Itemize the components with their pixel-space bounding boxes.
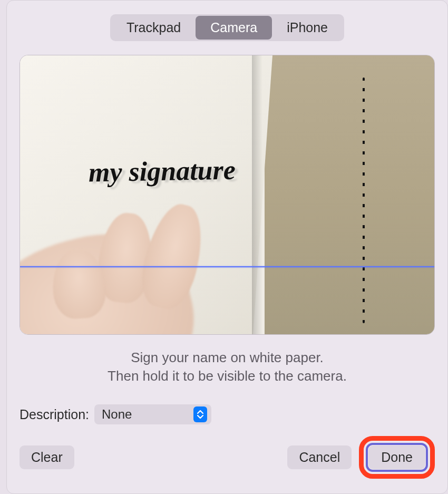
instruction-line-2: Then hold it to be visible to the camera… <box>20 367 435 385</box>
tab-iphone[interactable]: iPhone <box>272 16 343 40</box>
tab-trackpad[interactable]: Trackpad <box>112 16 196 40</box>
description-select[interactable]: None <box>94 404 211 424</box>
dialog-button-row: Clear Cancel Done <box>20 436 435 479</box>
instructions-text: Sign your name on white paper. Then hold… <box>20 348 435 385</box>
baseline-guide <box>20 266 434 267</box>
select-stepper-icon <box>193 406 207 422</box>
description-label: Description: <box>20 407 89 422</box>
camera-background-surface <box>265 55 434 334</box>
captured-signature: my signature <box>89 154 236 188</box>
done-button[interactable]: Done <box>368 445 425 469</box>
clear-button[interactable]: Clear <box>20 445 74 469</box>
instruction-line-1: Sign your name on white paper. <box>20 348 435 367</box>
done-button-highlight: Done <box>359 436 435 479</box>
source-segmented-control: Trackpad Camera iPhone <box>110 14 344 41</box>
camera-preview: my signature <box>20 55 435 335</box>
description-value: None <box>102 407 193 422</box>
tab-camera[interactable]: Camera <box>196 16 272 40</box>
cancel-button[interactable]: Cancel <box>287 445 352 469</box>
description-row: Description: None <box>20 404 435 424</box>
signature-capture-dialog: Trackpad Camera iPhone my signature Sign… <box>6 0 448 494</box>
